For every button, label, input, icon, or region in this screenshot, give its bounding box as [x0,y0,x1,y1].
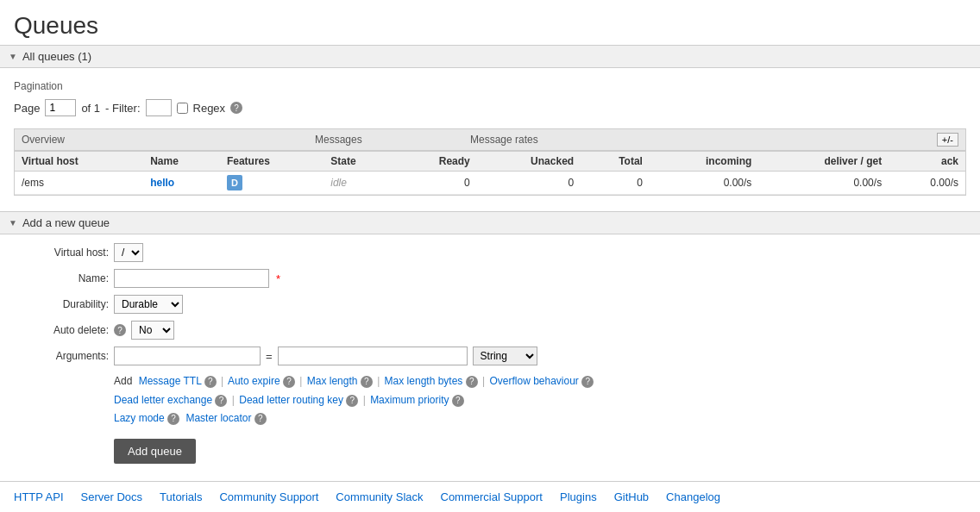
opt-max-length-bytes[interactable]: Max length bytes [385,375,463,387]
virtual-host-label: Virtual host: [14,247,109,259]
all-queues-section-header: ▼ All queues (1) [0,45,980,68]
dead-letter-exchange-help-icon[interactable]: ? [215,395,227,407]
footer-link-github[interactable]: GitHub [614,490,649,503]
name-row: Name: * [14,269,966,288]
add-queue-form: Virtual host: / Name: * Durability: Dura… [0,234,980,478]
col-ready: Ready [395,152,477,172]
queues-table: Virtual host Name Features State Ready U… [15,151,965,195]
cell-name[interactable]: hello [143,172,220,195]
arguments-key-input[interactable] [114,347,261,365]
opt-maximum-priority[interactable]: Maximum priority [370,394,449,406]
arguments-equals: = [266,350,273,363]
filter-input[interactable] [146,99,172,116]
pagination-label: Pagination [14,75,966,96]
page-input[interactable] [45,99,76,116]
master-locator-help-icon[interactable]: ? [254,413,267,425]
footer-link-tutorials[interactable]: Tutorials [160,490,202,503]
overflow-behaviour-help-icon[interactable]: ? [581,376,594,388]
opt-message-ttl[interactable]: Message TTL [139,375,202,387]
name-input[interactable] [114,269,269,288]
footer-link-http-api[interactable]: HTTP API [14,490,64,503]
opt-dead-letter-routing-key[interactable]: Dead letter routing key [239,394,343,406]
virtual-host-row: Virtual host: / [14,243,966,262]
page-title: Queues [0,0,980,45]
cell-unacked: 0 [477,172,581,195]
opt-lazy-mode[interactable]: Lazy mode [114,412,165,424]
regex-help-icon[interactable]: ? [230,102,242,114]
message-ttl-help-icon[interactable]: ? [204,376,217,388]
col-name: Name [143,152,220,172]
cell-incoming: 0.00/s [650,172,758,195]
regex-checkbox[interactable] [177,103,188,114]
opt-overflow-behaviour[interactable]: Overflow behaviour [489,375,578,387]
auto-delete-select[interactable]: No Yes [131,321,174,340]
cell-deliver-get: 0.00/s [758,172,889,195]
col-deliver-get: deliver / get [758,152,889,172]
table-row: /ems hello D idle 0 0 0 0.00/s 0.00/s 0.… [15,172,965,195]
collapse-triangle-icon[interactable]: ▼ [9,52,17,61]
col-features: Features [220,152,324,172]
col-total: Total [581,152,650,172]
max-length-bytes-help-icon[interactable]: ? [466,376,478,388]
pagination-row: Page of 1 - Filter: Regex ? [14,96,966,125]
virtual-host-select[interactable]: / [114,243,143,262]
opt-max-length[interactable]: Max length [307,375,358,387]
cell-total: 0 [581,172,650,195]
group-messages-label: Messages [308,132,463,147]
footer-link-server-docs[interactable]: Server Docs [81,490,143,503]
dead-letter-routing-key-help-icon[interactable]: ? [346,395,358,407]
optional-args-section: Add Message TTL ? | Auto expire ? | Max … [114,372,966,428]
arguments-type-select[interactable]: String Number Boolean List [473,347,537,365]
name-label: Name: [14,272,109,284]
cell-state: idle [324,172,395,195]
group-overview-label: Overview [15,132,308,147]
add-queue-label: Add a new queue [22,216,110,229]
lazy-mode-help-icon[interactable]: ? [167,413,179,425]
add-queue-collapse-triangle-icon[interactable]: ▼ [9,218,17,228]
col-incoming: incoming [650,152,758,172]
cell-ready: 0 [395,172,477,195]
footer-link-plugins[interactable]: Plugins [560,490,597,503]
durability-select[interactable]: Durable Transient [114,295,183,314]
group-rates-label: Message rates [463,132,930,147]
arguments-row: Arguments: = String Number Boolean List [14,347,966,365]
col-state: State [324,152,395,172]
all-queues-label: All queues (1) [22,50,91,63]
durability-row: Durability: Durable Transient [14,295,966,314]
auto-expire-help-icon[interactable]: ? [283,376,295,388]
filter-label: - Filter: [105,102,140,115]
add-label: Add [114,375,132,387]
feature-badge: D [227,175,242,190]
plus-minus-button[interactable]: +/- [937,133,958,147]
auto-delete-help-icon[interactable]: ? [114,324,126,336]
footer-link-community-support[interactable]: Community Support [219,490,318,503]
opt-dead-letter-exchange[interactable]: Dead letter exchange [114,394,212,406]
opt-auto-expire[interactable]: Auto expire [228,375,280,387]
cell-ack: 0.00/s [889,172,965,195]
cell-features: D [220,172,324,195]
regex-label: Regex [193,102,226,115]
add-queue-section-header: ▼ Add a new queue [0,211,980,234]
max-length-help-icon[interactable]: ? [361,376,373,388]
page-label: Page [14,102,40,115]
of-label: of 1 [81,102,100,115]
footer: HTTP APIServer DocsTutorialsCommunity Su… [0,481,980,512]
footer-link-commercial-support[interactable]: Commercial Support [441,490,543,503]
auto-delete-label: Auto delete: [14,324,109,336]
col-unacked: Unacked [477,152,581,172]
opt-master-locator[interactable]: Master locator [185,412,251,424]
maximum-priority-help-icon[interactable]: ? [452,395,464,407]
arguments-label: Arguments: [14,350,109,362]
cell-virtual-host: /ems [15,172,143,195]
footer-link-community-slack[interactable]: Community Slack [336,490,423,503]
auto-delete-row: Auto delete: ? No Yes [14,321,966,340]
col-ack: ack [889,152,965,172]
footer-link-changelog[interactable]: Changelog [666,490,720,503]
add-queue-button[interactable]: Add queue [114,439,196,464]
arguments-value-input[interactable] [278,347,468,365]
queues-table-container: Overview Messages Message rates +/- Virt… [14,128,966,196]
durability-label: Durability: [14,298,109,310]
col-virtual-host: Virtual host [15,152,143,172]
required-star: * [276,272,280,285]
